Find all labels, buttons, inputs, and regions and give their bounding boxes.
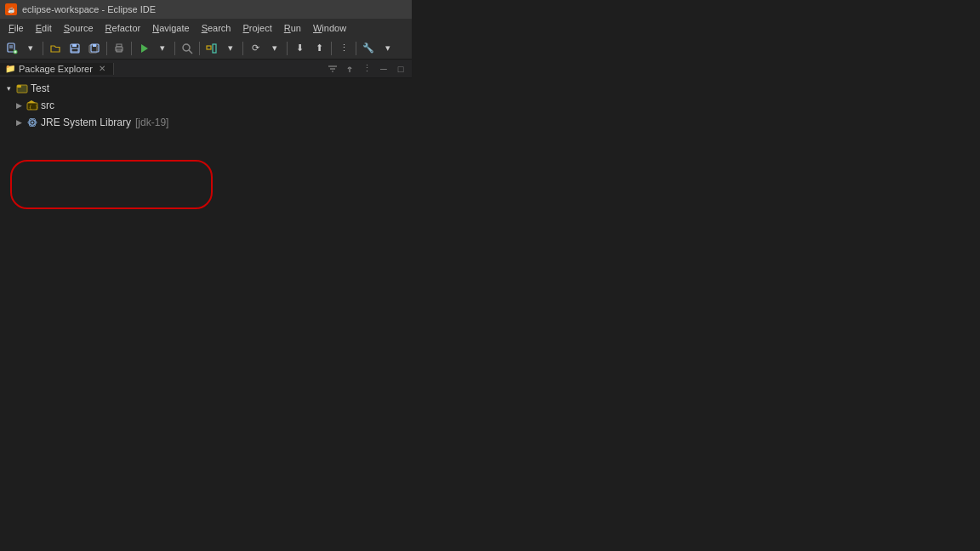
toolbar-external-dropdown-btn[interactable]: ▾ — [379, 39, 397, 58]
toolbar-next-annotation-btn[interactable]: ⬇ — [290, 39, 309, 58]
svg-rect-15 — [117, 44, 122, 47]
menu-source[interactable]: Source — [59, 21, 99, 35]
toolbar-open-btn[interactable] — [46, 39, 65, 58]
svg-point-18 — [183, 44, 190, 51]
package-explorer-tab-label: Package Explorer — [19, 64, 93, 74]
toolbar-sep-1 — [43, 42, 43, 55]
toolbar-sep-4 — [174, 42, 175, 55]
toolbar-new-group: ▾ — [3, 39, 40, 58]
link-editor-btn[interactable] — [342, 61, 357, 77]
toolbar-sep-9 — [356, 42, 356, 55]
svg-line-19 — [189, 50, 192, 54]
main-toolbar: ▾ — [0, 37, 412, 60]
tree-arrow-src: ▶ — [14, 100, 24, 111]
toolbar-saveall-btn[interactable] — [85, 39, 104, 58]
toolbar-run-btn[interactable] — [134, 39, 153, 58]
svg-text:{ }: { } — [29, 104, 38, 110]
collapse-all-btn[interactable] — [325, 61, 340, 77]
package-explorer-tab-icon: 📁 — [5, 64, 15, 73]
toolbar-sep-7 — [287, 42, 288, 55]
toolbar-external-tools-btn[interactable]: 🔧 — [359, 39, 378, 58]
menu-refactor[interactable]: Refactor — [100, 21, 146, 35]
view-menu-btn[interactable]: ⋮ — [359, 61, 374, 77]
toolbar-run-dropdown-btn[interactable]: ▾ — [153, 39, 172, 58]
toolbar-perspective-btn[interactable] — [202, 39, 221, 58]
eclipse-panel: 📁 Package Explorer ✕ ⋮ ─ — [0, 60, 412, 551]
title-bar: ☕ eclipse-workspace - Eclipse IDE — [0, 0, 412, 19]
toolbar-search-btn[interactable] — [178, 39, 197, 58]
toolbar-sep-8 — [331, 42, 332, 55]
tree-label-test: Test — [31, 82, 49, 94]
menu-navigate[interactable]: Navigate — [147, 21, 194, 35]
svg-rect-21 — [213, 44, 216, 53]
toolbar-sync-dropdown-btn[interactable]: ▾ — [265, 39, 284, 58]
toolbar-run-group: ▾ — [134, 39, 172, 58]
menu-run[interactable]: Run — [279, 21, 306, 35]
app-icon: ☕ — [5, 3, 17, 15]
package-explorer-tab[interactable]: 📁 Package Explorer ✕ — [0, 63, 114, 75]
svg-rect-13 — [93, 44, 96, 47]
title-bar-text: eclipse-workspace - Eclipse IDE — [22, 4, 156, 14]
toolbar-sync-btn[interactable]: ⟳ — [246, 39, 265, 58]
tree-arrow-test: ▾ — [3, 83, 14, 94]
tree-icon-jre — [26, 116, 39, 129]
tree-item-jre[interactable]: ▶ JRE System Library [jdk-19] — [0, 114, 412, 131]
toolbar-viewmenu-btn[interactable]: ⋮ — [334, 39, 353, 58]
toolbar-print-btn[interactable] — [110, 39, 128, 58]
tree-label-src: src — [41, 99, 54, 111]
tree-view: ▾ Test ▶ { } src — [0, 78, 412, 551]
toolbar-sep-6 — [242, 42, 243, 55]
panel-header: 📁 Package Explorer ✕ ⋮ ─ — [0, 60, 412, 78]
svg-marker-17 — [141, 44, 148, 53]
right-panel — [412, 0, 980, 551]
svg-rect-10 — [71, 48, 78, 52]
toolbar-prev-annotation-btn[interactable]: ⬆ — [310, 39, 328, 58]
toolbar-perspective-dropdown-btn[interactable]: ▾ — [221, 39, 240, 58]
toolbar-new-btn[interactable] — [3, 39, 21, 58]
tree-arrow-jre: ▶ — [14, 117, 24, 128]
tree-item-src[interactable]: ▶ { } src — [0, 97, 412, 114]
maximize-btn[interactable]: □ — [393, 61, 408, 77]
menu-search[interactable]: Search — [197, 21, 236, 35]
toolbar-perspective-group: ▾ — [202, 39, 240, 58]
menu-file[interactable]: File — [3, 21, 29, 35]
minimize-btn[interactable]: ─ — [376, 61, 391, 77]
menu-window[interactable]: Window — [308, 21, 351, 35]
svg-marker-29 — [27, 100, 36, 103]
toolbar-save-btn[interactable] — [66, 39, 84, 58]
toolbar-sep-5 — [199, 42, 200, 55]
menu-bar: File Edit Source Refactor Navigate Searc… — [0, 19, 412, 37]
tree-label-jre: JRE System Library — [41, 116, 131, 128]
toolbar-sep-2 — [106, 42, 107, 55]
svg-rect-20 — [207, 46, 211, 49]
svg-point-34 — [31, 122, 34, 124]
menu-edit[interactable]: Edit — [31, 21, 57, 35]
tree-label-jre-suffix: [jdk-19] — [135, 116, 168, 128]
menu-project[interactable]: Project — [238, 21, 277, 35]
toolbar-sep-3 — [131, 42, 132, 55]
package-explorer-tab-close[interactable]: ✕ — [96, 63, 108, 75]
svg-rect-9 — [72, 44, 77, 47]
toolbar-new-dropdown-btn[interactable]: ▾ — [21, 39, 40, 58]
tree-icon-test — [15, 82, 29, 95]
svg-text:☕: ☕ — [8, 6, 15, 14]
svg-rect-27 — [17, 85, 21, 88]
tree-icon-src: { } — [26, 99, 39, 112]
tree-item-test[interactable]: ▾ Test — [0, 80, 412, 97]
